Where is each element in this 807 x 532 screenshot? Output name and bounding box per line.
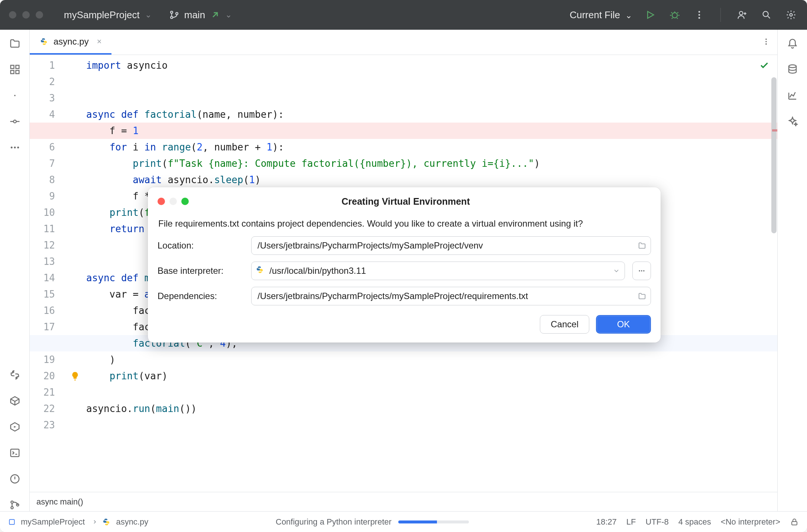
svg-point-9 [790,14,793,16]
editor-tab-async[interactable]: async.py × [30,30,111,55]
more-actions-icon[interactable] [694,9,705,20]
line-number[interactable]: 1 [30,57,58,74]
dependencies-field[interactable] [251,287,651,305]
code-line[interactable] [86,74,777,90]
notifications-tool-icon[interactable] [786,37,799,50]
svg-point-17 [14,147,16,149]
ai-assistant-tool-icon[interactable] [786,115,799,128]
dialog-close-dot[interactable] [158,198,165,205]
line-number[interactable]: 13 [30,253,58,270]
branch-icon [169,9,180,20]
location-input[interactable] [257,240,633,251]
status-task[interactable]: Configuring a Python interpreter [157,517,587,527]
code-with-me-icon[interactable] [736,9,748,20]
line-number[interactable]: 8 [30,172,58,188]
folder-icon[interactable] [638,292,646,300]
base-interpreter-input[interactable] [269,265,608,276]
dialog-title: Creating Virtual Environment [194,196,618,207]
python-file-icon [39,37,48,46]
line-number[interactable]: 6 [30,139,58,155]
run-scope-selector[interactable]: Current File [570,9,632,21]
line-number[interactable]: 7 [30,155,58,172]
location-field[interactable] [251,236,651,255]
more-tool-icon[interactable] [9,141,21,154]
gutter[interactable]: 1234567891011121314151617181920212223 [30,55,64,492]
line-number[interactable]: 20 [30,368,58,384]
code-line[interactable]: ) [86,351,777,368]
line-number[interactable]: 2 [30,74,58,90]
code-line[interactable]: async def factorial(name, number): [86,106,777,123]
svg-point-20 [16,377,16,378]
code-line[interactable] [86,417,777,433]
packages-tool-icon[interactable] [9,395,21,407]
line-number[interactable]: 11 [30,221,58,237]
line-number[interactable]: 17 [30,319,58,335]
error-stripe-mark[interactable] [772,129,777,132]
base-interpreter-field[interactable] [251,262,625,280]
lightbulb-icon[interactable] [70,371,80,381]
code-line[interactable]: for i in range(2, number + 1): [86,139,777,155]
traffic-light-zoom[interactable] [36,11,43,19]
dependencies-input[interactable] [257,291,633,302]
run-icon[interactable] [645,9,656,20]
project-tool-icon[interactable] [9,37,21,50]
line-number[interactable]: 9 [30,188,58,204]
inspection-ok-icon[interactable] [759,59,769,75]
code-line[interactable]: await asyncio.sleep(1) [86,172,777,188]
dialog-zoom-dot[interactable] [181,198,189,205]
status-interpreter[interactable]: <No interpreter> [721,517,780,527]
python-console-tool-icon[interactable] [9,369,21,381]
status-line-separator[interactable]: LF [626,517,636,527]
python-file-icon [102,518,111,526]
status-nav-breadcrumb[interactable]: mySampleProject async.py [8,517,148,527]
search-icon[interactable] [761,9,772,20]
gutter-mark [64,204,86,221]
services-tool-icon[interactable] [9,421,21,433]
terminal-tool-icon[interactable] [9,447,21,459]
lock-icon[interactable] [790,518,799,526]
code-line[interactable]: print(f"Task {name}: Compute factorial({… [86,155,777,172]
cancel-button[interactable]: Cancel [540,315,589,334]
line-number[interactable]: 16 [30,302,58,319]
ok-button[interactable]: OK [596,315,651,334]
line-number[interactable]: 19 [30,351,58,368]
svg-rect-12 [10,71,14,74]
line-number[interactable]: 4 [30,106,58,123]
close-icon[interactable]: × [97,37,102,46]
database-tool-icon[interactable] [786,63,799,76]
folder-icon[interactable] [638,241,646,250]
code-line[interactable] [86,90,777,106]
vcs-tool-icon[interactable] [9,499,21,511]
status-indent[interactable]: 4 spaces [678,517,711,527]
debug-icon[interactable] [669,9,680,20]
code-line[interactable]: f = 1 [86,123,777,139]
status-cursor[interactable]: 18:27 [596,517,617,527]
problems-tool-icon[interactable] [9,473,21,485]
line-number[interactable]: 10 [30,204,58,221]
code-line[interactable]: print(var) [86,368,777,384]
editor-scrollbar[interactable] [771,77,777,233]
line-number[interactable]: 15 [30,286,58,302]
status-encoding[interactable]: UTF-8 [645,517,668,527]
structure-tool-icon[interactable] [9,63,21,76]
code-line[interactable]: import asyncio [86,57,777,74]
traffic-light-close[interactable] [9,11,16,19]
gear-icon[interactable] [785,9,797,20]
traffic-light-minimize[interactable] [22,11,30,19]
project-selector[interactable]: mySampleProject [64,9,152,21]
chevron-down-icon[interactable] [613,267,620,275]
line-number[interactable]: 12 [30,237,58,253]
line-number[interactable]: 23 [30,417,58,433]
browse-interpreter-button[interactable] [632,262,651,280]
commit-tool-icon[interactable] [9,115,21,128]
breadcrumb-bar[interactable]: async main() [30,492,777,511]
line-number[interactable]: 21 [30,384,58,400]
code-line[interactable]: asyncio.run(main()) [86,400,777,417]
git-branch-selector[interactable]: main [169,9,232,21]
editor-tab-menu-icon[interactable] [755,30,777,55]
line-number[interactable]: 22 [30,400,58,417]
code-line[interactable] [86,384,777,400]
sciview-tool-icon[interactable] [786,89,799,102]
line-number[interactable]: 14 [30,270,58,286]
line-number[interactable]: 3 [30,90,58,106]
